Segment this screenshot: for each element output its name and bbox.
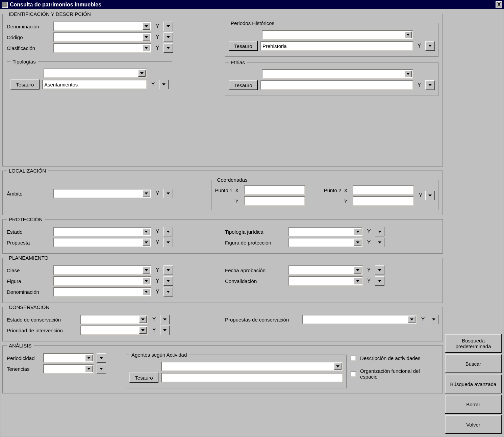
text-agentes[interactable] bbox=[161, 373, 343, 382]
combo-periodicidad[interactable] bbox=[43, 353, 94, 363]
group-tipologias: Tipologías Tesauro Asentamientos Y bbox=[7, 59, 172, 95]
chevron-down-icon bbox=[85, 365, 93, 372]
checkbox-organizacion-funcional[interactable]: Organización funcional del espacio bbox=[351, 368, 438, 380]
op-drop[interactable] bbox=[163, 189, 173, 198]
combo-tenencias[interactable] bbox=[43, 364, 94, 374]
combo-propuestas-conservacion[interactable] bbox=[302, 315, 417, 324]
combo-tipologias[interactable] bbox=[44, 69, 147, 78]
op-drop[interactable] bbox=[163, 22, 173, 31]
op-drop[interactable] bbox=[375, 227, 384, 236]
combo-propuesta[interactable] bbox=[53, 238, 151, 247]
tesauro-button-agentes[interactable]: Tesauro bbox=[129, 372, 158, 383]
label-ambito: Ámbito bbox=[7, 191, 51, 197]
tesauro-button-periodos[interactable]: Tesauro bbox=[229, 41, 258, 51]
op-drop[interactable] bbox=[163, 227, 173, 236]
combo-denominacion[interactable] bbox=[53, 22, 151, 31]
combo-figura[interactable] bbox=[53, 276, 151, 286]
text-etnias[interactable] bbox=[260, 80, 413, 90]
label-figura: Figura bbox=[7, 278, 51, 284]
op-drop[interactable] bbox=[163, 265, 173, 275]
op-drop[interactable] bbox=[160, 315, 170, 324]
buscar-button[interactable]: Buscar bbox=[445, 354, 502, 373]
label-x2: X bbox=[344, 187, 350, 193]
op-drop[interactable] bbox=[429, 315, 438, 324]
combo-fecha-aprobacion[interactable] bbox=[288, 265, 363, 275]
legend-planeamiento: PLANEAMIENTO bbox=[7, 255, 50, 261]
op-drop[interactable] bbox=[163, 276, 173, 286]
tesauro-button-etnias[interactable]: Tesauro bbox=[229, 80, 258, 90]
text-periodos[interactable]: Prehistoria bbox=[260, 41, 413, 51]
busqueda-predeterminada-button[interactable]: Busqueda predeterminada bbox=[445, 334, 502, 353]
group-identificacion: IDENTIFICACIÓN Y DESCRIPCIÓN Denominació… bbox=[2, 11, 443, 166]
combo-clasificacion[interactable] bbox=[53, 43, 151, 53]
op-drop[interactable] bbox=[425, 80, 435, 90]
legend-coordenadas: Coordenadas bbox=[215, 177, 249, 183]
label-y: Y bbox=[235, 198, 241, 204]
op-drop[interactable] bbox=[375, 276, 384, 286]
borrar-button[interactable]: Borrar bbox=[445, 395, 502, 414]
combo-periodos[interactable] bbox=[262, 30, 413, 40]
input-p2x[interactable] bbox=[353, 185, 414, 195]
op-text: Y bbox=[366, 265, 372, 275]
op-drop[interactable] bbox=[97, 364, 106, 374]
input-p2y[interactable] bbox=[353, 196, 414, 206]
text-tipologias[interactable]: Asentamientos bbox=[42, 80, 147, 89]
op-drop[interactable] bbox=[163, 287, 173, 297]
close-button[interactable]: X bbox=[496, 1, 502, 8]
combo-clase[interactable] bbox=[53, 265, 151, 275]
op-drop[interactable] bbox=[375, 238, 384, 247]
op-drop[interactable] bbox=[163, 43, 173, 53]
legend-periodos: Periodos Históricos bbox=[229, 20, 276, 26]
label-x: X bbox=[235, 187, 241, 193]
op-drop[interactable] bbox=[159, 80, 169, 89]
op-drop[interactable] bbox=[97, 353, 106, 363]
combo-estado[interactable] bbox=[53, 227, 151, 236]
op-drop[interactable] bbox=[425, 41, 435, 51]
input-p1x[interactable] bbox=[244, 185, 305, 195]
checkbox-label: Descripción de actividades bbox=[360, 355, 420, 361]
group-coordenadas: Coordenadas Punto 1 X Punto 2 X bbox=[211, 177, 438, 210]
chevron-down-icon bbox=[334, 363, 342, 370]
checkbox-icon bbox=[351, 371, 356, 377]
combo-figura-proteccion[interactable] bbox=[288, 238, 363, 247]
chevron-down-icon bbox=[143, 190, 150, 197]
combo-codigo[interactable] bbox=[53, 32, 151, 42]
app-icon bbox=[2, 2, 8, 8]
group-proteccion: PROTECCIÓN Estado Y Propuesta Y bbox=[2, 216, 443, 254]
tesauro-button-tipologias[interactable]: Tesauro bbox=[10, 79, 40, 89]
label-clase: Clase bbox=[7, 267, 51, 273]
op-text: Y bbox=[154, 287, 161, 297]
checkbox-descripcion-actividades[interactable]: Descripción de actividades bbox=[351, 355, 438, 361]
combo-ambito[interactable] bbox=[53, 189, 151, 198]
combo-prioridad-intervencion[interactable] bbox=[80, 326, 148, 335]
titlebar: Consulta de patrimonios inmuebles X bbox=[0, 0, 504, 9]
combo-agentes[interactable] bbox=[161, 362, 343, 371]
busqueda-avanzada-button[interactable]: Búsqueda avanzada bbox=[445, 375, 502, 393]
op-drop[interactable] bbox=[375, 265, 384, 275]
combo-denominacion-plan[interactable] bbox=[53, 287, 151, 297]
op-drop[interactable] bbox=[163, 32, 173, 42]
chevron-down-icon bbox=[138, 70, 146, 77]
op-drop[interactable] bbox=[163, 238, 173, 247]
input-p1y[interactable] bbox=[244, 196, 305, 206]
combo-estado-conservacion[interactable] bbox=[80, 315, 148, 324]
op-text: Y bbox=[154, 227, 161, 236]
client-area: IDENTIFICACIÓN Y DESCRIPCIÓN Denominació… bbox=[0, 9, 504, 437]
op-drop[interactable] bbox=[160, 326, 170, 335]
op-text: Y bbox=[366, 238, 372, 247]
volver-button[interactable]: Volver bbox=[445, 415, 502, 434]
label-punto2: Punto 2 bbox=[324, 187, 342, 193]
op-text: Y bbox=[154, 43, 161, 53]
checkbox-label: Organización funcional del espacio bbox=[360, 368, 438, 380]
chevron-down-icon bbox=[354, 239, 361, 246]
group-periodos: Periodos Históricos Tesauro Prehistoria … bbox=[225, 20, 438, 57]
op-drop[interactable] bbox=[425, 191, 435, 200]
label-convalidacion: Convalidación bbox=[225, 278, 286, 284]
op-text: Y bbox=[154, 265, 161, 275]
combo-tipologia-juridica[interactable] bbox=[288, 227, 363, 236]
combo-etnias[interactable] bbox=[262, 69, 413, 79]
combo-convalidacion[interactable] bbox=[288, 276, 363, 286]
label-periodicidad: Periodicidad bbox=[7, 355, 41, 361]
side-buttons: Busqueda predeterminada Buscar Búsqueda … bbox=[445, 11, 502, 435]
legend-analisis: ANÁLISIS bbox=[7, 343, 34, 349]
